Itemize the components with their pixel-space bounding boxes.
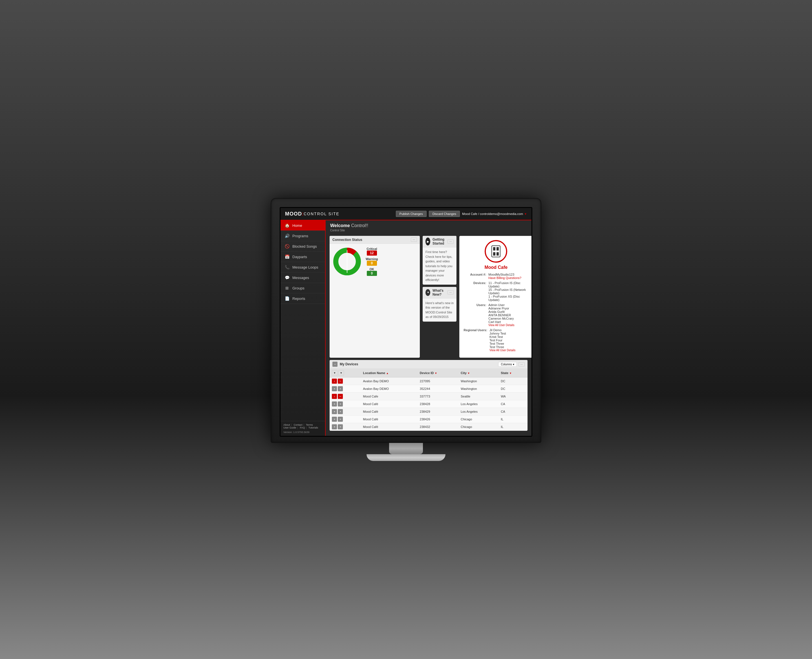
blocked-songs-icon: 🚫 bbox=[285, 244, 290, 249]
user-2: Adrianne Pryor bbox=[488, 307, 528, 310]
top-bar-actions: Publish Changes Discard Changes Mood Caf… bbox=[396, 211, 527, 217]
sidebar-footer: About| Contact| Terms User Guide| FAQ| T… bbox=[280, 421, 325, 436]
devices-header: − My Devices Columns ▾ ··· bbox=[330, 360, 527, 369]
cell-device-id: 238426 bbox=[417, 416, 458, 423]
billing-link[interactable]: Have Billing Questions? bbox=[488, 276, 521, 279]
getting-started-menu[interactable]: ··· bbox=[447, 240, 454, 244]
col-city[interactable]: City ▼ bbox=[458, 369, 499, 377]
view-all-regional-link[interactable]: View All User Details bbox=[489, 349, 528, 352]
sidebar-item-groups[interactable]: ⊞ Groups bbox=[280, 283, 325, 293]
connection-status-menu[interactable]: ··· bbox=[411, 238, 417, 242]
sidebar-item-messages[interactable]: 💬 Messages bbox=[280, 273, 325, 283]
status-legend: Critical 12 Warning 0 bbox=[366, 247, 378, 276]
view-all-users-link[interactable]: View All User Details bbox=[488, 323, 528, 327]
regional-users-list: Jil Demo Johnny Test Kristi Test Test Fo… bbox=[489, 328, 528, 352]
sidebar-item-programs[interactable]: 🔊 Programs bbox=[280, 231, 325, 241]
monitor-stand-neck bbox=[389, 443, 423, 454]
icon-x: ✕ bbox=[338, 409, 343, 414]
devices-label: Devices: bbox=[464, 281, 486, 285]
main-layout: 🏠 Home 🔊 Programs 🚫 Blocked Songs bbox=[280, 220, 532, 436]
col-location-name[interactable]: Location Name ▲ bbox=[360, 369, 417, 377]
contact-link[interactable]: Contact bbox=[294, 423, 302, 426]
whats-new-header: ✦ What's New? ··· bbox=[423, 287, 456, 298]
icon-x: ✕ bbox=[338, 402, 343, 407]
version-text: Version: 1.0.5793.5639 bbox=[283, 431, 322, 434]
filter-icon-2[interactable]: ▼ bbox=[338, 370, 344, 376]
regional-user-1: Jil Demo bbox=[489, 328, 528, 332]
cell-device-id: 238425 bbox=[417, 431, 458, 431]
device-3: 1 - ProFusion XS (Disc Update) bbox=[488, 295, 528, 301]
user-guide-link[interactable]: User Guide bbox=[283, 426, 296, 429]
users-row: Users: Admin User Adrianne Pryor Anida G… bbox=[464, 303, 528, 327]
connection-status-title: Connection Status bbox=[332, 238, 362, 242]
icon-x: ✕ bbox=[338, 386, 343, 391]
about-link[interactable]: About bbox=[283, 423, 290, 426]
icon-x: ✕ bbox=[338, 417, 343, 422]
devices-panel: − My Devices Columns ▾ ··· bbox=[330, 360, 527, 431]
columns-label: Columns ▾ bbox=[501, 363, 514, 366]
filter-icon-1[interactable]: ▼ bbox=[332, 370, 337, 376]
svg-rect-5 bbox=[493, 247, 496, 251]
sidebar-item-dayparts[interactable]: 📅 Dayparts bbox=[280, 252, 325, 262]
play-button[interactable]: ▶ bbox=[425, 238, 430, 246]
device-sort-icon: ▼ bbox=[434, 372, 437, 375]
cell-state: DC bbox=[499, 377, 527, 385]
cell-location: Mood Café bbox=[360, 400, 417, 408]
top-row: Connection Status ··· bbox=[330, 236, 527, 358]
dayparts-icon: 📅 bbox=[285, 254, 290, 259]
row-icons: ✕ ✕ bbox=[330, 416, 360, 423]
columns-button[interactable]: Columns ▾ bbox=[498, 362, 516, 367]
whats-new-menu[interactable]: ··· bbox=[447, 290, 454, 295]
home-icon: 🏠 bbox=[285, 223, 290, 228]
sidebar-item-home[interactable]: 🏠 Home bbox=[280, 220, 325, 231]
user-dropdown-icon[interactable]: ▼ bbox=[524, 213, 527, 216]
cell-city: Washington bbox=[458, 377, 499, 385]
warning-badge: 0 bbox=[367, 261, 377, 266]
ok-label: OK bbox=[370, 268, 375, 271]
cell-location: Avalon Bay DEMO bbox=[360, 377, 417, 385]
sidebar-label-messages: Messages bbox=[293, 276, 309, 280]
whats-new-body: Here's what's new in this version of the… bbox=[423, 298, 456, 322]
faq-link[interactable]: FAQ bbox=[300, 426, 305, 429]
users-label: Users: bbox=[464, 303, 486, 307]
city-sort-icon: ▼ bbox=[467, 372, 470, 375]
publish-button[interactable]: Publish Changes bbox=[396, 211, 426, 217]
account-panel: Mood Cafe Account #: MoodMyStudio123 Hav… bbox=[459, 236, 532, 358]
cell-state: CA bbox=[499, 408, 527, 416]
discard-button[interactable]: Discard Changes bbox=[429, 211, 460, 217]
brand-name: Mood Cafe bbox=[485, 265, 508, 270]
table-row: ✕ ✕ Mood Café 238428 Los Angeles bbox=[330, 400, 527, 408]
devices-menu-button[interactable]: ··· bbox=[518, 362, 525, 366]
icon-x: ✕ bbox=[332, 402, 337, 407]
brand-logo-svg bbox=[488, 243, 504, 260]
regional-users-row: Regional Users: Jil Demo Johnny Test Kri… bbox=[464, 328, 528, 352]
star-button[interactable]: ✦ bbox=[425, 289, 430, 296]
row-icons: ✕ ✕ bbox=[330, 385, 360, 393]
sidebar-label-blocked-songs: Blocked Songs bbox=[293, 244, 317, 249]
device-1: 11 - ProFusion IS (Disc Update) bbox=[488, 281, 528, 288]
tutorials-link[interactable]: Tutorials bbox=[308, 426, 318, 429]
regional-user-5: Test Three bbox=[489, 342, 528, 345]
svg-rect-4 bbox=[492, 246, 500, 257]
sidebar-item-message-loops[interactable]: 📞 Message Loops bbox=[280, 262, 325, 273]
ok-badge: 0 bbox=[367, 271, 377, 276]
top-bar: MOOD : CONTROL SITE Publish Changes Disc… bbox=[280, 208, 532, 220]
col-device-id[interactable]: Device ID ▼ bbox=[417, 369, 458, 377]
cell-device-id: 238429 bbox=[417, 408, 458, 416]
col-state[interactable]: State ▼ bbox=[499, 369, 527, 377]
location-name-header: Location Name bbox=[363, 371, 385, 375]
cell-city: Washington bbox=[458, 385, 499, 393]
sidebar-item-reports[interactable]: 📄 Reports bbox=[280, 293, 325, 304]
sidebar-label-dayparts: Dayparts bbox=[293, 255, 307, 259]
devices-table-body: ♫ 〜 Avalon Bay DEMO 227095 Washingto bbox=[330, 377, 527, 431]
whats-new-title: What's New? bbox=[433, 289, 447, 296]
collapse-devices-button[interactable]: − bbox=[332, 362, 337, 367]
sidebar-item-blocked-songs[interactable]: 🚫 Blocked Songs bbox=[280, 241, 325, 252]
cell-city: New York bbox=[458, 431, 499, 431]
regional-users-label: Regional Users: bbox=[464, 328, 487, 332]
getting-started-header: ▶ Getting Started ··· bbox=[423, 236, 456, 248]
cell-location: Mood Café bbox=[360, 408, 417, 416]
icon-x: ✕ bbox=[332, 424, 337, 429]
table-row: ✕ ✕ Mood Café 238426 Chicago bbox=[330, 416, 527, 423]
terms-link[interactable]: Terms bbox=[306, 423, 313, 426]
